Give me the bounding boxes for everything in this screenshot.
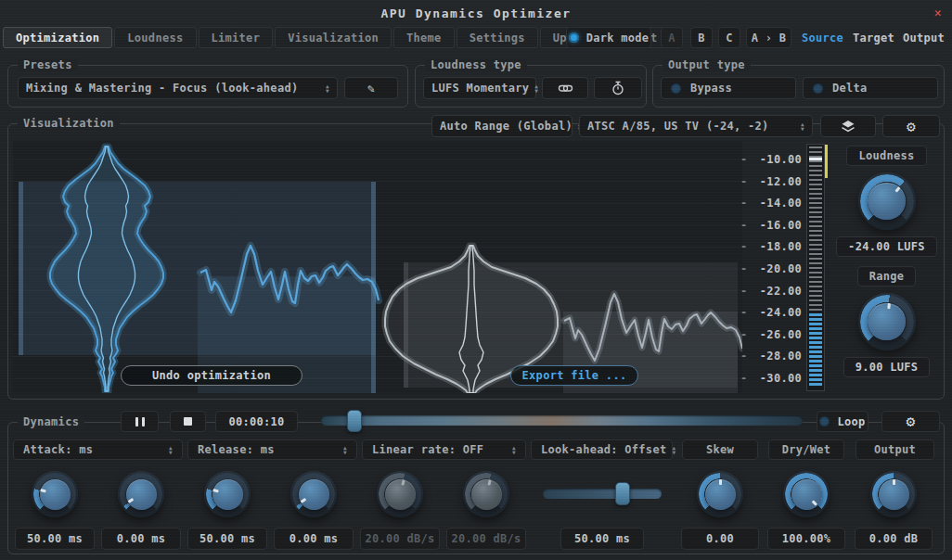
export-file-button[interactable]: Export file ...: [510, 365, 638, 386]
release-hold-knob[interactable]: [290, 471, 337, 517]
link-channels-button[interactable]: [542, 77, 588, 99]
output-type-legend: Output type: [663, 58, 751, 71]
undo-optimization-button[interactable]: Undo optimization: [121, 365, 302, 386]
dark-mode-indicator-icon: [569, 32, 579, 43]
axis-tick: --18.00: [740, 240, 802, 253]
attack-header-label: Attack: ms: [23, 443, 93, 456]
bypass-label: Bypass: [690, 82, 732, 95]
delta-toggle[interactable]: Delta: [803, 77, 938, 99]
release-hold-value[interactable]: 0.00 ms: [274, 528, 354, 550]
layers-button[interactable]: [820, 115, 876, 137]
look-ahead-value[interactable]: 50.00 ms: [560, 528, 644, 550]
dry-wet-header: Dry/Wet: [768, 439, 844, 460]
pause-icon: [135, 417, 138, 426]
link-icon: [558, 81, 573, 95]
snapshot-c-button[interactable]: C: [718, 27, 740, 48]
stopwatch-icon: [611, 81, 624, 95]
linear-rate-dropdown[interactable]: Linear rate: OFF ▲▼: [362, 439, 526, 460]
preset-edit-button[interactable]: ✎: [344, 77, 398, 99]
axis-tick-mark: -: [740, 285, 748, 298]
pause-button[interactable]: [121, 411, 159, 432]
spinner-icon: ▲▼: [507, 445, 516, 454]
axis-tick-label: -28.00: [760, 350, 802, 363]
look-ahead-dropdown[interactable]: Look-ahead: Offset ▲▼: [531, 439, 673, 460]
dark-mode-toggle[interactable]: Dark mode: [566, 27, 651, 48]
visualization-legend: Visualization: [18, 117, 120, 130]
skew-value[interactable]: 0.00: [681, 528, 759, 550]
presets-legend: Presets: [18, 58, 78, 71]
axis-tick-mark: -: [740, 328, 748, 341]
output-gain-value[interactable]: 0.00 dB: [855, 528, 933, 550]
linear-rate-up-value[interactable]: 20.00 dB/s: [360, 528, 440, 550]
loop-toggle[interactable]: Loop: [817, 411, 868, 432]
integration-time-button[interactable]: [594, 77, 642, 99]
axis-tick-mark: -: [740, 175, 748, 188]
stop-button[interactable]: [170, 411, 206, 432]
plot-canvas: [13, 141, 742, 393]
release-time-knob[interactable]: [204, 471, 251, 517]
release-mode-dropdown[interactable]: Release: ms ▲▼: [187, 439, 357, 460]
tab-bar: Optimization Loudness Limiter Visualizat…: [0, 27, 952, 48]
stop-icon: [184, 417, 192, 426]
attack-time-knob[interactable]: [32, 471, 78, 517]
loudness-profile-dropdown[interactable]: ATSC A/85, US TV (-24, -2) ▲▼: [579, 115, 813, 137]
target-range-knob[interactable]: [858, 293, 916, 350]
linear-rate-down-value[interactable]: 20.00 dB/s: [446, 528, 526, 550]
timeline-slider[interactable]: [321, 415, 803, 426]
release-time-value[interactable]: 50.00 ms: [187, 528, 267, 550]
loop-label: Loop: [837, 415, 865, 428]
axis-tick-mark: -: [740, 219, 748, 232]
loudness-type-dropdown[interactable]: LUFS Momentary ▲▼: [423, 77, 536, 99]
tab-theme[interactable]: Theme: [393, 27, 455, 48]
dry-wet-knob[interactable]: [783, 471, 830, 517]
attack-hold-value[interactable]: 0.00 ms: [101, 528, 181, 550]
linear-rate-down-knob[interactable]: [463, 471, 509, 517]
tab-loudness[interactable]: Loudness: [114, 27, 196, 48]
tab-settings[interactable]: Settings: [457, 27, 538, 48]
gear-icon: ⚙: [907, 118, 916, 135]
delta-indicator-icon: [813, 83, 823, 94]
output-gain-knob[interactable]: [870, 471, 917, 517]
axis-tick-mark: -: [740, 262, 748, 275]
axis-tick-mark: -: [740, 372, 748, 385]
view-source-button[interactable]: Source: [802, 27, 843, 48]
target-loudness-knob[interactable]: [858, 172, 916, 230]
snapshot-b-button[interactable]: B: [690, 27, 713, 48]
attack-mode-dropdown[interactable]: Attack: ms ▲▼: [13, 439, 183, 460]
spinner-icon: ▲▼: [529, 83, 538, 93]
tab-visualization[interactable]: Visualization: [275, 27, 392, 48]
range-mode-dropdown[interactable]: Auto Range (Global) ▲▼: [431, 115, 572, 137]
timeline-slider-handle[interactable]: [347, 410, 362, 432]
loudness-type-legend: Loudness type: [425, 58, 527, 71]
axis-tick: --30.00: [740, 372, 802, 385]
plugin-window: APU Dynamics Optimizer ✕ Optimization Lo…: [0, 0, 952, 560]
view-target-button[interactable]: Target: [853, 27, 894, 48]
axis-tick-mark: -: [740, 240, 748, 253]
snapshot-copy-button[interactable]: A › B: [746, 27, 791, 48]
visualization-settings-button[interactable]: ⚙: [882, 115, 940, 137]
axis-tick: --12.00: [740, 175, 802, 188]
look-ahead-header-label: Look-ahead: Offset: [541, 443, 666, 456]
spinner-icon: ▲▼: [320, 83, 329, 93]
close-icon[interactable]: ✕: [934, 6, 943, 19]
dynamics-settings-button[interactable]: ⚙: [881, 411, 940, 432]
look-ahead-slider-handle[interactable]: [615, 482, 630, 505]
preset-dropdown[interactable]: Mixing & Mastering - Focus (look-ahead) …: [18, 77, 338, 99]
attack-hold-knob[interactable]: [118, 471, 164, 517]
bypass-toggle[interactable]: Bypass: [661, 77, 796, 99]
axis-tick: --10.00: [740, 153, 802, 166]
preset-selected-label: Mixing & Mastering - Focus (look-ahead): [26, 82, 298, 95]
attack-time-value[interactable]: 50.00 ms: [15, 528, 95, 550]
view-output-button[interactable]: Output: [903, 27, 945, 48]
dry-wet-value[interactable]: 100.00%: [767, 528, 845, 550]
axis-tick-mark: -: [740, 306, 748, 319]
linear-rate-header-label: Linear rate: OFF: [372, 443, 483, 456]
look-ahead-slider[interactable]: [543, 489, 662, 499]
snapshot-a-button[interactable]: A: [661, 27, 683, 48]
skew-knob[interactable]: [697, 471, 743, 517]
linear-rate-up-knob[interactable]: [377, 471, 423, 517]
time-display: 00:00:10: [215, 411, 298, 432]
tab-optimization[interactable]: Optimization: [3, 27, 112, 48]
axis-tick-label: -20.00: [760, 262, 802, 275]
tab-limiter[interactable]: Limiter: [199, 27, 274, 48]
